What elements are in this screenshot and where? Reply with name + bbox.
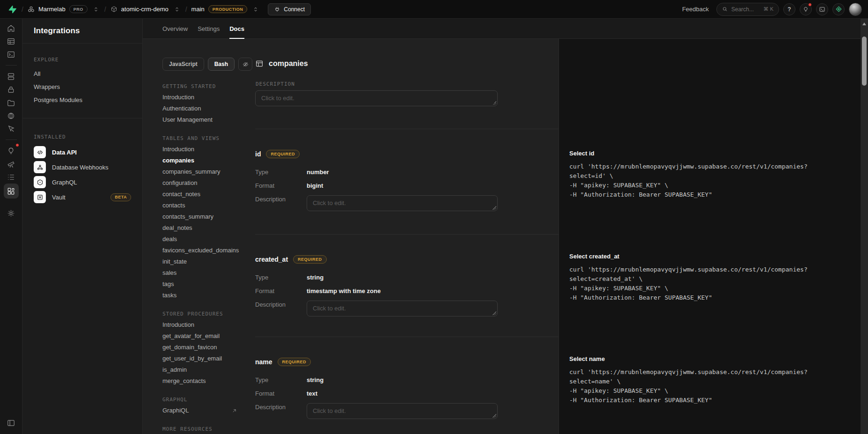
language-javascript-button[interactable]: JavaScript: [162, 58, 204, 71]
field-type-value: string: [307, 273, 324, 282]
field-description-label: Description: [255, 195, 307, 204]
code-line: select=id' \: [569, 171, 852, 181]
realtime-cursor-icon: [7, 125, 15, 133]
vertical-scrollbar[interactable]: [861, 19, 868, 434]
beta-badge: BETA: [110, 193, 131, 201]
nav-edge-functions-button[interactable]: [4, 109, 19, 122]
required-badge: REQUIRED: [266, 150, 300, 158]
sidebar-divider: [22, 118, 142, 118]
nav-item-merge-contacts[interactable]: merge_contacts: [162, 375, 237, 387]
sidebar-item-data-api[interactable]: Data API: [34, 145, 131, 160]
nav-item-configuration[interactable]: configuration: [162, 177, 237, 189]
nav-item-deals[interactable]: deals: [162, 234, 237, 245]
code-snippet[interactable]: curl 'https://mrubnlemopavyqvjjwmw.supab…: [569, 162, 852, 199]
nav-advisors-button[interactable]: [4, 144, 19, 157]
nav-item-favicons-excluded-domains[interactable]: favicons_excluded_domains: [162, 245, 237, 256]
code-snippet[interactable]: curl 'https://mrubnlemopavyqvjjwmw.supab…: [569, 368, 852, 405]
language-bash-button[interactable]: Bash: [208, 58, 235, 71]
nav-item-sp-introduction[interactable]: Introduction: [162, 319, 237, 331]
hide-keys-button[interactable]: [238, 58, 252, 71]
nav-item-get-user-id-by-email[interactable]: get_user_id_by_email: [162, 353, 237, 364]
nav-sql-editor-button[interactable]: [4, 48, 19, 61]
nav-table-editor-button[interactable]: [4, 35, 19, 48]
nav-item-tables-introduction[interactable]: Introduction: [162, 144, 237, 155]
nav-item-get-avatar-for-email[interactable]: get_avatar_for_email: [162, 331, 237, 342]
nav-item-contact-notes[interactable]: contact_notes: [162, 189, 237, 200]
tab-overview[interactable]: Overview: [162, 19, 188, 38]
field-format-value: text: [307, 390, 317, 398]
home-icon: [7, 24, 15, 33]
branch-switcher-button[interactable]: [251, 5, 260, 14]
nav-item-user-management[interactable]: User Management: [162, 114, 237, 125]
feedback-link[interactable]: Feedback: [682, 6, 709, 13]
nav-storage-button[interactable]: [4, 96, 19, 109]
nav-item-tags[interactable]: tags: [162, 279, 237, 290]
sidebar-item-database-webhooks[interactable]: Database Webhooks: [34, 160, 131, 175]
search-input[interactable]: Search... ⌘ K: [716, 3, 779, 16]
tab-docs[interactable]: Docs: [229, 19, 244, 38]
nav-item-is-admin[interactable]: is_admin: [162, 364, 237, 375]
required-badge: REQUIRED: [293, 255, 327, 264]
field-description-input[interactable]: [307, 195, 498, 211]
nav-authentication-button[interactable]: [4, 83, 19, 96]
collapse-sidebar-button[interactable]: [4, 416, 19, 429]
nav-item-introduction[interactable]: Introduction: [162, 92, 237, 103]
docs-body: JavaScript Bash GETTING STARTED Introduc…: [143, 39, 868, 434]
sidebar-item-all[interactable]: All: [34, 67, 131, 81]
nav-item-sales[interactable]: sales: [162, 267, 237, 279]
code-sample-select-name: Select name curl 'https://mrubnlemopavyq…: [569, 355, 852, 405]
breadcrumb-project[interactable]: atomic-crm-demo: [110, 6, 169, 13]
sidebar-item-vault[interactable]: Vault BETA: [34, 190, 131, 205]
nav-item-contacts[interactable]: contacts: [162, 200, 237, 211]
nav-heading-stored-procedures: STORED PROCEDURES: [162, 310, 256, 318]
sidebar-item-graphql[interactable]: GraphQL: [34, 175, 131, 190]
command-menu-button[interactable]: [816, 3, 828, 15]
nav-item-tasks[interactable]: tasks: [162, 290, 237, 301]
description-section-label: DESCRIPTION: [256, 81, 295, 87]
assistant-button[interactable]: [832, 3, 845, 15]
nav-database-button[interactable]: [4, 70, 19, 83]
nav-realtime-button[interactable]: [4, 122, 19, 135]
scrollbar-up-arrow[interactable]: [862, 22, 866, 25]
nav-item-get-domain-favicon[interactable]: get_domain_favicon: [162, 342, 237, 353]
connect-button[interactable]: Connect: [268, 3, 311, 15]
nav-item-authentication[interactable]: Authentication: [162, 103, 237, 114]
field-description-label: Description: [255, 301, 307, 309]
help-button[interactable]: ?: [783, 3, 795, 15]
nav-item-graphiql[interactable]: GraphiQL: [162, 405, 237, 416]
user-avatar[interactable]: [849, 3, 862, 16]
field-format-value: bigint: [307, 182, 323, 190]
sidebar-item-postgres-modules[interactable]: Postgres Modules: [34, 94, 131, 107]
tab-settings[interactable]: Settings: [198, 19, 220, 38]
code-panel: Select id curl 'https://mrubnlemopavyqvj…: [559, 39, 861, 434]
code-sample-title: Select id: [569, 149, 852, 158]
nav-item-companies-summary[interactable]: companies_summary: [162, 166, 237, 177]
nav-project-settings-button[interactable]: [4, 206, 19, 220]
field-description-input[interactable]: [307, 403, 498, 419]
scrollbar-thumb[interactable]: [862, 37, 867, 86]
org-switcher-button[interactable]: [92, 5, 100, 14]
nav-item-contacts-summary[interactable]: contacts_summary: [162, 211, 237, 222]
nav-item-deal-notes[interactable]: deal_notes: [162, 222, 237, 234]
code-snippet[interactable]: curl 'https://mrubnlemopavyqvjjwmw.supab…: [569, 265, 852, 302]
nav-home-button[interactable]: [4, 22, 19, 35]
sidebar-item-wrappers[interactable]: Wrappers: [34, 81, 131, 94]
nav-logs-button[interactable]: [4, 170, 19, 184]
project-switcher-button[interactable]: [173, 5, 181, 14]
field-format-label: Format: [255, 287, 307, 295]
notifications-button[interactable]: [800, 3, 812, 15]
nav-heading-more-resources: MORE RESOURCES: [162, 426, 256, 433]
field-type-value: number: [307, 168, 329, 177]
field-description-input[interactable]: [307, 301, 498, 316]
nav-item-companies[interactable]: companies: [162, 155, 237, 166]
code-line: select=created_at' \: [569, 274, 852, 284]
field-type-value: string: [307, 376, 324, 384]
nav-item-init-state[interactable]: init_state: [162, 256, 237, 267]
breadcrumb-org[interactable]: Marmelab PRO: [28, 5, 88, 13]
entity-description-input[interactable]: [255, 90, 498, 106]
nav-integrations-button[interactable]: [4, 184, 19, 199]
nav-reports-button[interactable]: [4, 157, 19, 170]
supabase-logo-icon: [7, 4, 17, 15]
breadcrumb-branch[interactable]: main PRODUCTION: [191, 5, 248, 13]
supabase-logo[interactable]: [6, 4, 17, 15]
